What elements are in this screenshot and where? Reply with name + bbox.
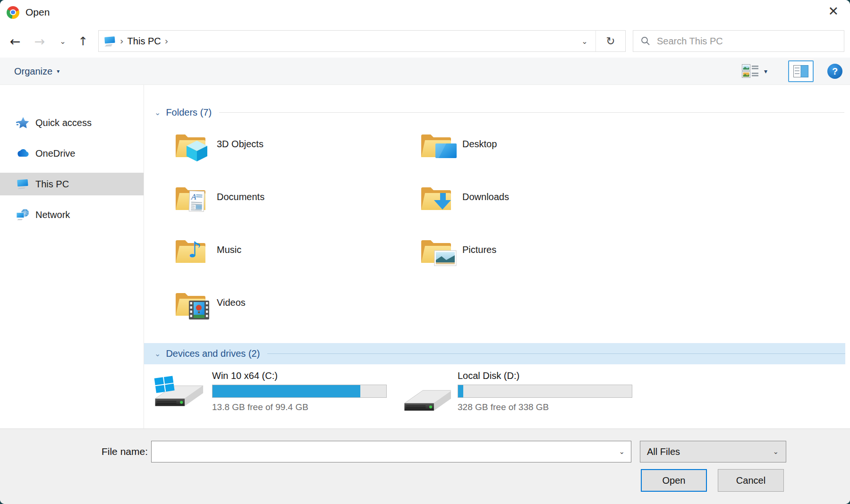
change-view-button[interactable]: [742, 64, 759, 79]
downloads-folder-icon: [418, 182, 459, 214]
folder-item-label: Videos: [217, 297, 246, 339]
folders-group-header: ⌄ Folders (7): [144, 104, 844, 120]
title-bar: Open ✕: [0, 0, 850, 25]
drive-item-c[interactable]: Win 10 x64 (C:) 13.8 GB free of 99.4 GB: [148, 370, 393, 422]
folder-item-label: Pictures: [462, 244, 496, 286]
onedrive-cloud-icon: [16, 148, 29, 159]
local-disk-icon: [393, 374, 451, 414]
desktop-folder-icon: [418, 129, 459, 161]
windows-drive-icon: [148, 374, 205, 414]
videos-folder-icon: [172, 288, 213, 320]
sidebar-item-label: This PC: [35, 179, 69, 190]
drive-free-space: 328 GB free of 338 GB: [458, 402, 632, 412]
breadcrumb-chevron[interactable]: ›: [116, 36, 128, 46]
window-title: Open: [26, 7, 50, 18]
drive-usage-bar: [458, 385, 632, 398]
drive-name: Win 10 x64 (C:): [212, 370, 387, 383]
this-pc-icon: [16, 178, 29, 190]
address-bar[interactable]: › This PC › ⌄ ↻: [98, 30, 626, 52]
sidebar-item-quick-access[interactable]: Quick access: [0, 111, 144, 134]
drive-name: Local Disk (D:): [458, 370, 632, 383]
folder-item-label: Desktop: [462, 139, 497, 181]
collapse-chevron-icon[interactable]: ⌄: [154, 108, 161, 117]
search-box: [633, 30, 844, 52]
sidebar-item-network[interactable]: Network: [0, 203, 144, 226]
network-icon: [16, 209, 29, 221]
file-list: ⌄ Folders (7) 3D Objects: [144, 85, 850, 428]
folder-item-pictures[interactable]: Pictures: [418, 234, 663, 286]
refresh-icon[interactable]: ↻: [596, 31, 625, 51]
breadcrumb-chevron[interactable]: ›: [161, 36, 172, 46]
music-note-icon: ♪: [188, 239, 202, 260]
3d-objects-folder-icon: [172, 129, 213, 161]
open-button[interactable]: Open: [641, 469, 707, 492]
search-input[interactable]: [657, 36, 844, 47]
folder-item-desktop[interactable]: Desktop: [418, 128, 663, 181]
file-type-dropdown-chevron: ⌄: [773, 447, 779, 456]
sidebar-item-label: Network: [35, 210, 70, 220]
file-name-label: File name:: [53, 441, 148, 462]
forward-button[interactable]: →: [29, 25, 50, 58]
folder-item-documents[interactable]: A Documents: [172, 181, 418, 234]
navigation-bar: ← → ⌄ ↑ › This PC › ⌄ ↻: [0, 25, 850, 58]
change-view-icon: [742, 64, 759, 78]
drive-free-space: 13.8 GB free of 99.4 GB: [212, 402, 387, 412]
folder-item-label: 3D Objects: [217, 139, 264, 181]
address-dropdown-chevron[interactable]: ⌄: [574, 31, 595, 51]
recent-locations-chevron[interactable]: ⌄: [54, 25, 72, 58]
file-name-combo: ⌄: [151, 441, 631, 462]
drives-grid: Win 10 x64 (C:) 13.8 GB free of 99.4 GB: [144, 370, 850, 422]
svg-text:A: A: [191, 193, 197, 202]
preview-pane-toggle[interactable]: [788, 60, 814, 82]
command-bar: Organize ▾ ▾: [0, 58, 850, 85]
close-icon[interactable]: ✕: [828, 5, 839, 17]
drive-usage-bar: [212, 385, 387, 398]
drive-usage-fill: [458, 385, 463, 397]
documents-folder-icon: A: [172, 182, 213, 214]
organize-menu[interactable]: Organize ▾: [14, 58, 60, 85]
folder-item-label: Downloads: [462, 192, 509, 234]
drive-item-d[interactable]: Local Disk (D:) 328 GB free of 338 GB: [393, 370, 639, 422]
chrome-icon: [7, 6, 19, 19]
folders-group-label: Folders (7): [166, 107, 212, 118]
devices-group-label: Devices and drives (2): [166, 348, 260, 359]
drive-usage-fill: [212, 385, 360, 397]
file-type-select[interactable]: All Files ⌄: [640, 441, 786, 462]
breadcrumb-this-pc[interactable]: This PC: [128, 36, 161, 47]
sidebar-item-label: OneDrive: [35, 148, 75, 159]
main-area: Quick access OneDrive This PC: [0, 85, 850, 428]
file-name-dropdown-chevron[interactable]: ⌄: [619, 441, 625, 462]
sidebar-item-this-pc[interactable]: This PC: [0, 173, 144, 195]
navigation-pane: Quick access OneDrive This PC: [0, 85, 144, 428]
devices-group-header: ⌄ Devices and drives (2): [144, 343, 845, 364]
dialog-footer: File name: ⌄ All Files ⌄ Open Cancel: [0, 428, 850, 504]
divider: [219, 112, 844, 113]
cancel-button[interactable]: Cancel: [718, 469, 784, 492]
search-icon: [641, 36, 650, 46]
folder-item-3d-objects[interactable]: 3D Objects: [172, 128, 418, 181]
folder-item-label: Music: [217, 244, 241, 286]
organize-label: Organize: [14, 66, 52, 77]
collapse-chevron-icon[interactable]: ⌄: [154, 349, 161, 358]
pictures-folder-icon: [418, 235, 459, 267]
folder-item-videos[interactable]: Videos: [172, 286, 418, 339]
up-button[interactable]: ↑: [73, 25, 94, 58]
help-icon[interactable]: ?: [827, 64, 842, 79]
preview-pane-icon: [793, 65, 808, 77]
open-file-dialog: Open ✕ ← → ⌄ ↑ › This PC › ⌄ ↻: [0, 0, 850, 504]
view-options-caret[interactable]: ▾: [764, 58, 767, 85]
divider: [267, 353, 845, 354]
caret-down-icon: ▾: [57, 68, 60, 75]
folders-grid: 3D Objects Desktop: [144, 128, 850, 339]
quick-access-star-icon: [16, 117, 29, 129]
folder-item-music[interactable]: ♪ Music: [172, 234, 418, 286]
file-type-value: All Files: [647, 446, 680, 457]
back-button[interactable]: ←: [5, 25, 26, 58]
this-pc-icon: [103, 35, 116, 47]
sidebar-item-onedrive[interactable]: OneDrive: [0, 142, 144, 165]
sidebar-item-label: Quick access: [35, 118, 92, 128]
folder-item-label: Documents: [217, 192, 264, 234]
file-name-input[interactable]: [151, 441, 631, 462]
folder-item-downloads[interactable]: Downloads: [418, 181, 663, 234]
